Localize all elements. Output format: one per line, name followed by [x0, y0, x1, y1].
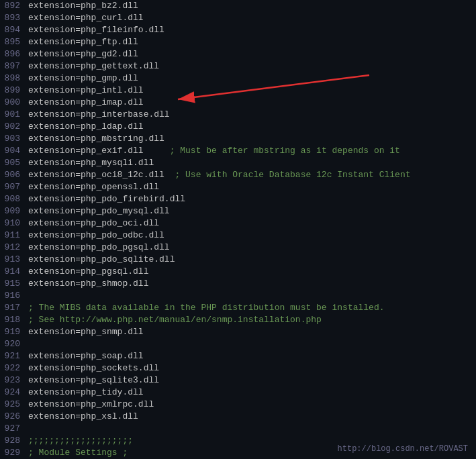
line-content: extension=php_openssl.dll	[28, 181, 159, 193]
line-number: 895	[0, 36, 28, 48]
table-row: 894extension=php_fileinfo.dll	[0, 24, 476, 36]
line-number: 909	[0, 205, 28, 217]
line-content: extension=php_gmp.dll	[28, 72, 138, 85]
line-content: extension=php_sqlite3.dll	[28, 374, 159, 387]
table-row: 915extension=php_shmop.dll	[0, 278, 476, 290]
line-number: 927	[0, 423, 28, 435]
table-row: 893extension=php_curl.dll	[0, 12, 476, 24]
line-number: 912	[0, 242, 28, 254]
table-row: 921extension=php_soap.dll	[0, 350, 476, 362]
table-row: 917; The MIBS data available in the PHP …	[0, 302, 476, 314]
line-number: 923	[0, 374, 28, 387]
line-content: ; Module Settings ;	[28, 447, 128, 459]
line-content: extension=php_pdo_firebird.dll	[28, 193, 185, 205]
table-row: 922extension=php_sockets.dll	[0, 362, 476, 374]
line-number: 913	[0, 254, 28, 266]
line-content: extension=php_pdo_oci.dll	[28, 217, 159, 230]
watermark: http://blog.csdn.net/ROVAST	[338, 444, 468, 454]
line-number: 910	[0, 217, 28, 230]
line-number: 897	[0, 60, 28, 72]
line-number: 916	[0, 290, 28, 302]
table-row: 905extension=php_mysqli.dll	[0, 157, 476, 169]
line-content: extension=php_shmop.dll	[28, 278, 148, 290]
line-content: extension=php_gettext.dll	[28, 60, 159, 72]
line-number: 915	[0, 278, 28, 290]
table-row: 899extension=php_intl.dll	[0, 85, 476, 97]
table-row: 895extension=php_ftp.dll	[0, 36, 476, 48]
line-number: 926	[0, 411, 28, 423]
table-row: 901extension=php_interbase.dll	[0, 109, 476, 121]
line-number: 908	[0, 193, 28, 205]
line-content: ; See http://www.php.net/manual/en/snmp.…	[28, 314, 322, 326]
line-content: extension=php_xmlrpc.dll	[28, 399, 154, 411]
line-content: extension=php_xsl.dll	[28, 411, 138, 423]
line-content: extension=php_soap.dll	[28, 350, 144, 362]
table-row: 892extension=php_bz2.dll	[0, 0, 476, 12]
line-content: extension=php_sockets.dll	[28, 362, 159, 374]
line-number: 919	[0, 326, 28, 338]
line-content: extension=php_mysqli.dll	[28, 157, 154, 169]
table-row: 913extension=php_pdo_sqlite.dll	[0, 254, 476, 266]
line-content: extension=php_ldap.dll	[28, 121, 144, 133]
line-content: extension=php_pdo_pgsql.dll	[28, 242, 170, 254]
line-number: 911	[0, 230, 28, 242]
line-number: 898	[0, 72, 28, 85]
line-content: extension=php_mbstring.dll	[28, 133, 164, 145]
table-row: 902extension=php_ldap.dll	[0, 121, 476, 133]
line-content: extension=php_gd2.dll	[28, 48, 138, 60]
line-number: 921	[0, 350, 28, 362]
line-number: 928	[0, 435, 28, 447]
line-content: extension=php_oci8_12c.dll ; Use with Or…	[28, 169, 411, 181]
line-content: extension=php_imap.dll	[28, 97, 144, 109]
table-row: 898extension=php_gmp.dll	[0, 72, 476, 85]
line-number: 917	[0, 302, 28, 314]
line-number: 907	[0, 181, 28, 193]
line-content: ; The MIBS data available in the PHP dis…	[28, 302, 385, 314]
line-number: 924	[0, 387, 28, 399]
line-content: extension=php_interbase.dll	[28, 109, 170, 121]
table-row: 911extension=php_pdo_odbc.dll	[0, 230, 476, 242]
table-row: 900extension=php_imap.dll	[0, 97, 476, 109]
line-number: 902	[0, 121, 28, 133]
line-number: 925	[0, 399, 28, 411]
line-number: 896	[0, 48, 28, 60]
line-content: extension=php_curl.dll	[28, 12, 144, 24]
table-row: 896extension=php_gd2.dll	[0, 48, 476, 60]
line-number: 899	[0, 85, 28, 97]
table-row: 903extension=php_mbstring.dll	[0, 133, 476, 145]
table-row: 897extension=php_gettext.dll	[0, 60, 476, 72]
line-number: 901	[0, 109, 28, 121]
line-content: extension=php_exif.dll ; Must be after m…	[28, 145, 400, 157]
line-content: extension=php_bz2.dll	[28, 0, 138, 12]
line-content: extension=php_intl.dll	[28, 85, 144, 97]
table-row: 926extension=php_xsl.dll	[0, 411, 476, 423]
table-row: 920	[0, 338, 476, 350]
lines-container: 892extension=php_bz2.dll893extension=php…	[0, 0, 476, 459]
line-number: 892	[0, 0, 28, 12]
line-number: 922	[0, 362, 28, 374]
line-number: 893	[0, 12, 28, 24]
table-row: 904extension=php_exif.dll ; Must be afte…	[0, 145, 476, 157]
table-row: 923extension=php_sqlite3.dll	[0, 374, 476, 387]
table-row: 924extension=php_tidy.dll	[0, 387, 476, 399]
line-content: extension=php_ftp.dll	[28, 36, 138, 48]
line-number: 900	[0, 97, 28, 109]
line-number: 918	[0, 314, 28, 326]
line-number: 914	[0, 266, 28, 278]
line-number: 905	[0, 157, 28, 169]
table-row: 906extension=php_oci8_12c.dll ; Use with…	[0, 169, 476, 181]
table-row: 910extension=php_pdo_oci.dll	[0, 217, 476, 230]
line-number: 906	[0, 169, 28, 181]
line-number: 929	[0, 447, 28, 459]
table-row: 919extension=php_snmp.dll	[0, 326, 476, 338]
line-content: extension=php_fileinfo.dll	[28, 24, 164, 36]
table-row: 912extension=php_pdo_pgsql.dll	[0, 242, 476, 254]
line-content: extension=php_pdo_sqlite.dll	[28, 254, 175, 266]
line-content: extension=php_snmp.dll	[28, 326, 144, 338]
line-content	[28, 423, 34, 435]
line-number: 904	[0, 145, 28, 157]
line-content	[28, 338, 34, 350]
line-content	[28, 290, 34, 302]
table-row: 916	[0, 290, 476, 302]
table-row: 914extension=php_pgsql.dll	[0, 266, 476, 278]
